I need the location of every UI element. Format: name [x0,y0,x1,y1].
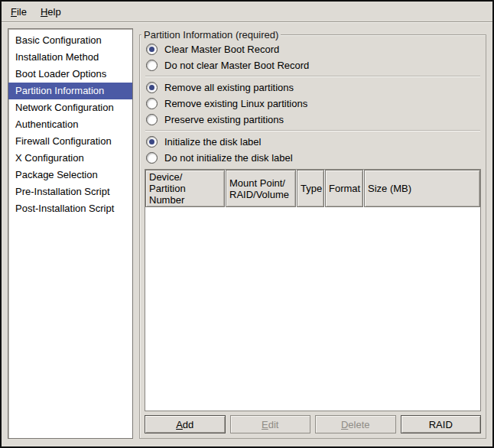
frame-title: Partition Information (required) [141,28,281,41]
radio-unselected-icon[interactable] [146,114,158,125]
edit-button[interactable]: Edit [230,415,311,433]
radio-label: Clear Master Boot Record [164,44,279,55]
partition-table: Device/ Partition Number Mount Point/ RA… [145,169,481,411]
radio-do-not-clear-mbr[interactable]: Do not clear Master Boot Record [145,57,481,73]
radio-label: Initialize the disk label [164,136,261,148]
sidebar-item-basic-configuration[interactable]: Basic Configuration [8,32,132,49]
kickstart-configurator-window: File Help Basic Configuration Installati… [0,0,494,448]
raid-button[interactable]: RAID [401,415,482,433]
column-header-mount-point[interactable]: Mount Point/ RAID/Volume [226,170,296,207]
sidebar-item-pre-installation-script[interactable]: Pre-Installation Script [8,183,132,200]
partition-information-frame: Partition Information (required) Clear M… [139,34,486,439]
column-header-format[interactable]: Format [325,170,363,207]
radio-do-not-initialize-disk-label[interactable]: Do not initialize the disk label [145,150,481,166]
radio-label: Preserve existing partitions [164,114,284,125]
radio-label: Do not clear Master Boot Record [164,60,309,71]
add-button[interactable]: Add [145,415,226,433]
sidebar-item-firewall-configuration[interactable]: Firewall Configuration [8,133,132,150]
radio-label: Remove all existing partitions [164,82,294,93]
partition-table-body[interactable] [145,207,480,411]
main-content: Basic Configuration Installation Method … [2,22,492,446]
separator [145,76,480,77]
sidebar-item-network-configuration[interactable]: Network Configuration [8,99,132,116]
sidebar-item-package-selection[interactable]: Package Selection [8,167,132,183]
radio-clear-mbr[interactable]: Clear Master Boot Record [145,41,481,57]
partition-table-header: Device/ Partition Number Mount Point/ RA… [145,170,480,207]
sidebar-item-x-configuration[interactable]: X Configuration [8,150,132,167]
radio-unselected-icon[interactable] [146,152,158,164]
radio-selected-icon[interactable] [146,82,158,93]
column-header-type[interactable]: Type [297,170,324,207]
sidebar-item-installation-method[interactable]: Installation Method [8,49,132,66]
radio-selected-icon[interactable] [146,44,158,55]
sidebar-item-boot-loader-options[interactable]: Boot Loader Options [8,66,132,83]
sidebar-item-authentication[interactable]: Authentication [8,116,132,133]
delete-button[interactable]: Delete [315,415,396,433]
table-actions: Add Edit Delete RAID [145,415,481,433]
radio-unselected-icon[interactable] [146,98,158,109]
radio-initialize-disk-label[interactable]: Initialize the disk label [145,134,481,150]
radio-label: Remove existing Linux partitions [164,98,307,109]
radio-remove-linux-partitions[interactable]: Remove existing Linux partitions [145,96,481,112]
radio-preserve-partitions[interactable]: Preserve existing partitions [145,112,481,128]
section-list: Basic Configuration Installation Method … [8,28,133,439]
sidebar-item-partition-information[interactable]: Partition Information [8,83,132,99]
menu-help[interactable]: Help [34,4,68,20]
column-header-device[interactable]: Device/ Partition Number [145,170,225,207]
menu-file[interactable]: File [4,4,34,20]
menubar: File Help [2,2,492,22]
separator [145,130,480,131]
sidebar-item-post-installation-script[interactable]: Post-Installation Script [8,200,132,217]
radio-label: Do not initialize the disk label [164,152,293,164]
column-header-size[interactable]: Size (MB) [364,170,480,207]
radio-remove-all-partitions[interactable]: Remove all existing partitions [145,80,481,96]
radio-unselected-icon[interactable] [146,60,158,71]
radio-selected-icon[interactable] [146,136,158,148]
